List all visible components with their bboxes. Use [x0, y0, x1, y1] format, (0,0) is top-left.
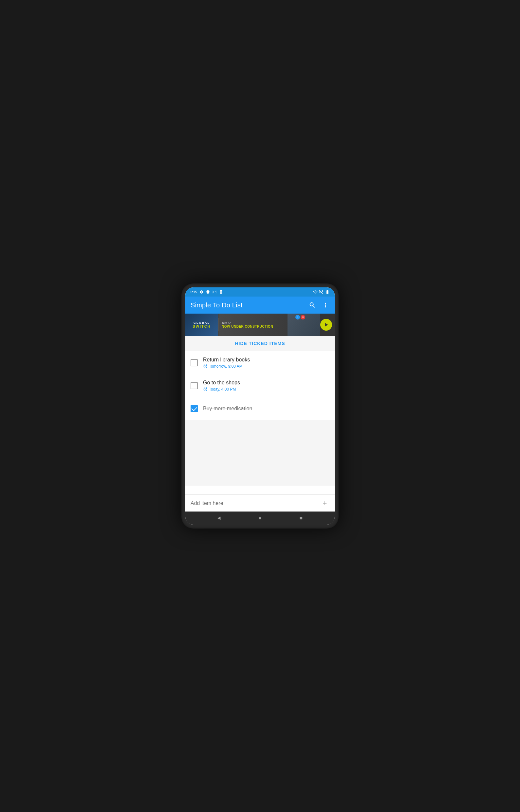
item-1-title: Return library books — [203, 357, 330, 363]
add-item-bar: + — [185, 494, 335, 512]
ad-logo-switch: SWITCH — [192, 324, 211, 328]
table-row[interactable]: Go to the shops Today, 4:00 PM — [185, 374, 335, 397]
table-row[interactable]: Buy more medication — [185, 397, 335, 420]
item-1-content: Return library books Tomorrow, 9:00 AM — [203, 357, 330, 369]
screen: 1:15 — [185, 287, 335, 525]
back-button[interactable]: ◄ — [214, 513, 224, 523]
status-left: 1:15 — [190, 290, 223, 294]
add-item-button[interactable]: + — [320, 499, 330, 508]
item-2-content: Go to the shops Today, 4:00 PM — [203, 380, 330, 392]
list-empty-space — [185, 420, 335, 486]
status-bar: 1:15 — [185, 287, 335, 297]
more-options-button[interactable] — [321, 301, 330, 309]
item-1-due: Tomorrow, 9:00 AM — [203, 364, 330, 369]
item-1-checkbox[interactable] — [190, 359, 198, 366]
item-2-due-text: Today, 4:00 PM — [209, 387, 236, 392]
ad-close-button[interactable]: ✕ — [301, 315, 305, 319]
shield-icon — [206, 290, 210, 294]
settings-icon — [199, 290, 204, 294]
ad-logo-global: GLOBAL — [193, 321, 210, 324]
device-frame: 1:15 — [181, 284, 339, 528]
item-1-due-text: Tomorrow, 9:00 AM — [209, 364, 243, 369]
ad-banner[interactable]: GLOBAL SWITCH ℹ ✕ Test Ad NOW UNDER CONS… — [185, 314, 335, 336]
item-2-title: Go to the shops — [203, 380, 330, 386]
ad-arrow-button[interactable] — [320, 319, 332, 330]
status-right — [313, 290, 330, 294]
item-2-checkbox[interactable] — [190, 382, 198, 389]
sim-icon — [219, 290, 223, 294]
ad-controls: ℹ ✕ — [295, 315, 305, 319]
nav-bar: ◄ ● ■ — [185, 512, 335, 525]
todo-list: Return library books Tomorrow, 9:00 AM G — [185, 351, 335, 494]
search-button[interactable] — [309, 301, 316, 309]
table-row[interactable]: Return library books Tomorrow, 9:00 AM — [185, 351, 335, 374]
no-signal-icon — [212, 290, 217, 294]
svg-point-0 — [214, 292, 215, 292]
item-3-title: Buy more medication — [203, 406, 330, 412]
hide-ticked-bar[interactable]: HIDE TICKED ITEMS — [185, 336, 335, 351]
ad-content: ℹ ✕ Test Ad NOW UNDER CONSTRUCTION — [218, 314, 320, 336]
ad-info-button[interactable]: ℹ — [295, 315, 300, 319]
app-bar: Simple To Do List — [185, 297, 335, 314]
wifi-icon — [313, 290, 318, 294]
item-2-due: Today, 4:00 PM — [203, 387, 330, 392]
list-container: HIDE TICKED ITEMS Return library books T… — [185, 336, 335, 512]
hide-ticked-button[interactable]: HIDE TICKED ITEMS — [235, 341, 285, 346]
add-item-input[interactable] — [190, 500, 320, 506]
status-time: 1:15 — [190, 290, 197, 294]
battery-icon — [325, 290, 330, 294]
ad-logo: GLOBAL SWITCH — [185, 314, 218, 336]
alarm-icon-2 — [203, 387, 208, 392]
item-3-content: Buy more medication — [203, 406, 330, 412]
app-title: Simple To Do List — [190, 301, 309, 309]
app-bar-actions — [309, 301, 330, 309]
alarm-icon-1 — [203, 364, 208, 369]
item-3-checkbox[interactable] — [190, 405, 198, 412]
recents-button[interactable]: ■ — [296, 513, 306, 523]
signal-icon — [319, 290, 323, 294]
home-button[interactable]: ● — [255, 513, 265, 523]
